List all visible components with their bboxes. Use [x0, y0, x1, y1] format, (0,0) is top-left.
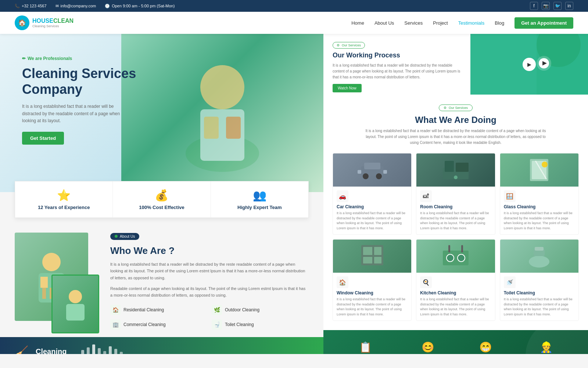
svg-point-46 — [447, 254, 454, 262]
cleaning-label: Cleaning — [36, 347, 67, 354]
svg-rect-43 — [363, 257, 372, 263]
facebook-link[interactable]: f — [530, 2, 538, 10]
toilet-cleaning-body: 🚿 Toilet Cleaning It is a long establish… — [500, 273, 578, 321]
about-desc-2: Readable content of a page when looking … — [110, 285, 309, 299]
svg-rect-18 — [114, 349, 117, 354]
svg-rect-15 — [98, 348, 101, 354]
svg-rect-42 — [374, 247, 381, 255]
room-icon: 🛋 — [420, 190, 432, 202]
stat-clients: 😊 1050+ Happy Clients — [416, 341, 441, 354]
kitchen-cleaning-body: 🍳 Kitchen Cleaning It is a long establis… — [416, 273, 495, 321]
service-outdoor: 🌿 Outdoor Cleaning — [212, 305, 309, 315]
nav-services[interactable]: Services — [404, 20, 423, 26]
services-cards: 🚗 Car Cleaning It is a long established … — [333, 153, 579, 321]
about-images — [15, 233, 96, 330]
logo: 🏠 HOUSECLEAN Cleaning Services — [15, 15, 74, 30]
nav-project[interactable]: Project — [433, 20, 448, 26]
service-commercial: 🏢 Commercial Cleaning — [110, 319, 207, 330]
linkedin-link[interactable]: in — [565, 2, 573, 10]
about-badge: About Us — [110, 233, 139, 240]
services-title: What We Are Doing — [333, 115, 579, 125]
svg-rect-3 — [204, 117, 219, 139]
stat-employee: 👷 120+ Expert Employee — [531, 341, 562, 354]
service-card-car: 🚗 Car Cleaning It is a long established … — [333, 153, 412, 235]
stat-project: 📋 1200+ Project Complete — [350, 341, 381, 354]
cost-label: 100% Cost Effective — [139, 205, 184, 210]
toilet-cleaning-title: Toilet Cleaning — [504, 290, 575, 296]
working-process-title: Our Working Process — [333, 52, 461, 60]
experience-icon: ⭐ — [57, 189, 71, 202]
nav-blog[interactable]: Blog — [495, 20, 504, 26]
svg-rect-27 — [364, 163, 380, 169]
residential-icon: 🏠 — [110, 305, 121, 315]
car-cleaning-title: Car Cleaning — [337, 204, 408, 209]
satisfaction-icon: 😁 — [475, 341, 496, 353]
services-header: ⚙ Our Services What We Are Doing It is a… — [333, 104, 579, 146]
stat-team: 👥 Highly Expert Team — [211, 181, 308, 217]
car-icon: 🚗 — [337, 190, 348, 202]
svg-rect-13 — [87, 347, 90, 354]
about-image-secondary — [51, 275, 99, 333]
outdoor-icon: 🌿 — [212, 305, 222, 315]
tag-icon: ✏ — [22, 56, 26, 61]
hero-image — [121, 34, 323, 192]
svg-rect-8 — [42, 288, 46, 299]
play-button[interactable]: ▶ — [523, 58, 536, 71]
phone-number: +32 123 4567 — [22, 4, 47, 8]
mop-icon: 🧹 — [15, 345, 28, 354]
car-cleaning-image — [333, 153, 411, 187]
svg-rect-34 — [456, 163, 469, 172]
svg-point-29 — [376, 173, 382, 179]
kitchen-cleaning-image — [416, 240, 495, 273]
svg-point-35 — [454, 176, 458, 179]
stats-green-section: 📋 1200+ Project Complete 😊 1050+ Happy C… — [323, 330, 588, 354]
room-cleaning-body: 🛋 Room Cleaning It is a long established… — [416, 187, 495, 234]
working-process-section: ⚙ Our Services Our Working Process It is… — [323, 34, 588, 95]
cost-icon: 💰 — [155, 189, 168, 202]
svg-point-5 — [42, 253, 61, 271]
nav-testimonials[interactable]: Testimonials — [458, 20, 485, 26]
working-process-description: It is a long established fact that a rea… — [333, 63, 461, 80]
left-section: ✏ We are Professionals Cleaning Services… — [0, 34, 323, 354]
twitter-link[interactable]: 🐦 — [553, 2, 562, 10]
service-card-window: 🏠 Window Cleaning It is a long establish… — [333, 239, 412, 321]
get-started-button[interactable]: Get Started — [22, 132, 64, 145]
svg-rect-7 — [40, 277, 48, 288]
svg-point-50 — [529, 256, 549, 268]
about-content: About Us Who We Are ? It is a long estab… — [110, 233, 309, 330]
svg-rect-52 — [535, 247, 544, 251]
watch-now-button[interactable]: Watch Now — [333, 84, 362, 92]
instagram-link[interactable]: 📷 — [542, 2, 550, 10]
service-card-glass: 🪟 Glass Cleaning It is a long establishe… — [500, 153, 579, 235]
window-cleaning-desc: It is a long established fact that a rea… — [337, 297, 408, 317]
svg-rect-19 — [120, 352, 123, 354]
main-nav: Home About Us Services Project Testimoni… — [351, 17, 573, 29]
kitchen-cleaning-title: Kitchen Cleaning — [420, 290, 491, 296]
email-address: info@company.com — [61, 4, 96, 8]
employee-icon: 👷 — [531, 341, 562, 353]
hero-title: Cleaning Services Company — [22, 66, 140, 97]
service-toilet: 🚽 Toilet Cleaning — [212, 319, 309, 330]
nav-home[interactable]: Home — [351, 20, 364, 26]
svg-rect-4 — [226, 117, 241, 139]
room-cleaning-title: Room Cleaning — [420, 204, 491, 209]
services-section: ⚙ Our Services What We Are Doing It is a… — [323, 95, 588, 330]
phone-info: 📞 +32 123 4567 — [15, 4, 47, 8]
working-process-badge: ⚙ Our Services — [333, 42, 365, 49]
hero-description: It is a long established fact that a rea… — [22, 103, 132, 124]
clients-icon: 😊 — [416, 341, 441, 353]
appointment-button[interactable]: Get an Appointment — [514, 17, 573, 29]
hours-info: 🕘 Open 9:00 am - 5:00 pm (Sat-Mon) — [105, 4, 175, 8]
glass-cleaning-image — [500, 153, 578, 187]
car-cleaning-desc: It is a long established fact that a rea… — [337, 211, 408, 231]
svg-point-1 — [200, 65, 244, 109]
car-cleaning-body: 🚗 Car Cleaning It is a long established … — [333, 187, 411, 234]
window-cleaning-title: Window Cleaning — [337, 290, 408, 296]
right-panel: ⚙ Our Services Our Working Process It is… — [323, 34, 588, 354]
hero-section: ✏ We are Professionals Cleaning Services… — [0, 34, 323, 192]
badge-dot — [115, 235, 118, 238]
svg-point-47 — [458, 254, 465, 262]
service-card-room: 🛋 Room Cleaning It is a long established… — [416, 153, 495, 235]
nav-about[interactable]: About Us — [374, 20, 394, 26]
header: 🏠 HOUSECLEAN Cleaning Services Home Abou… — [0, 12, 588, 34]
